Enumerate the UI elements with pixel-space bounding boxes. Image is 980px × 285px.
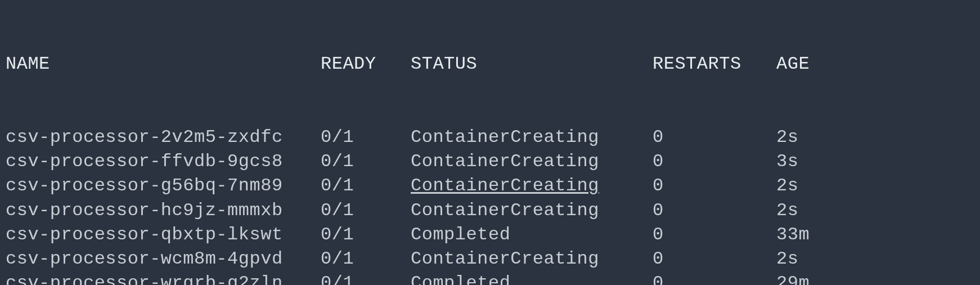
pod-name: csv-processor-ffvdb-9gcs8	[6, 149, 321, 173]
table-row: csv-processor-wcm8m-4gpvd0/1ContainerCre…	[6, 247, 974, 271]
pod-age: 33m	[776, 222, 810, 247]
pod-restarts: 0	[653, 149, 776, 173]
kubectl-get-pods-output: NAMEREADYSTATUSRESTARTSAGE csv-processor…	[6, 3, 974, 285]
pod-age: 2s	[776, 247, 798, 271]
table-body: csv-processor-2v2m5-zxdfc0/1ContainerCre…	[6, 125, 974, 285]
pod-status: ContainerCreating	[411, 125, 653, 149]
pod-age: 2s	[776, 125, 798, 149]
pod-name: csv-processor-wrgrb-g2zln	[6, 271, 321, 285]
pod-status: ContainerCreating	[411, 149, 653, 173]
pod-name: csv-processor-wcm8m-4gpvd	[6, 247, 321, 271]
table-row: csv-processor-hc9jz-mmmxb0/1ContainerCre…	[6, 198, 974, 222]
pod-restarts: 0	[653, 271, 776, 285]
pod-age: 2s	[776, 198, 798, 222]
pod-status: ContainerCreating	[411, 247, 653, 271]
table-row: csv-processor-g56bq-7nm890/1ContainerCre…	[6, 173, 974, 198]
pod-age: 29m	[776, 271, 810, 285]
table-row: csv-processor-wrgrb-g2zln0/1Completed029…	[6, 271, 974, 285]
pod-ready: 0/1	[321, 198, 411, 222]
pod-age: 2s	[776, 173, 798, 198]
pod-status: ContainerCreating	[411, 173, 653, 198]
table-header-row: NAMEREADYSTATUSRESTARTSAGE	[6, 52, 974, 76]
pod-name: csv-processor-g56bq-7nm89	[6, 173, 321, 198]
pod-name: csv-processor-hc9jz-mmmxb	[6, 198, 321, 222]
table-row: csv-processor-2v2m5-zxdfc0/1ContainerCre…	[6, 125, 974, 149]
header-name: NAME	[6, 52, 321, 76]
pod-age: 3s	[776, 149, 798, 173]
pod-status: Completed	[411, 271, 653, 285]
pod-restarts: 0	[653, 247, 776, 271]
pod-ready: 0/1	[321, 149, 411, 173]
pod-ready: 0/1	[321, 271, 411, 285]
header-ready: READY	[321, 52, 411, 76]
header-restarts: RESTARTS	[653, 52, 776, 76]
header-age: AGE	[776, 52, 810, 76]
pod-restarts: 0	[653, 222, 776, 247]
pod-name: csv-processor-2v2m5-zxdfc	[6, 125, 321, 149]
table-row: csv-processor-qbxtp-lkswt0/1Completed033…	[6, 222, 974, 247]
header-status: STATUS	[411, 52, 653, 76]
pod-name: csv-processor-qbxtp-lkswt	[6, 222, 321, 247]
pod-status: ContainerCreating	[411, 198, 653, 222]
table-row: csv-processor-ffvdb-9gcs80/1ContainerCre…	[6, 149, 974, 173]
pod-restarts: 0	[653, 173, 776, 198]
pod-restarts: 0	[653, 198, 776, 222]
pod-ready: 0/1	[321, 125, 411, 149]
pod-ready: 0/1	[321, 247, 411, 271]
pod-status: Completed	[411, 222, 653, 247]
pod-restarts: 0	[653, 125, 776, 149]
pod-ready: 0/1	[321, 173, 411, 198]
pod-ready: 0/1	[321, 222, 411, 247]
